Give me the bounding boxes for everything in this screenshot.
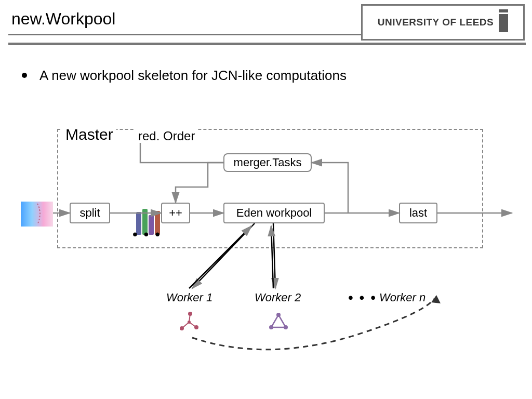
svg-line-18: [271, 226, 273, 288]
svg-line-19: [189, 226, 251, 288]
connectors: [0, 0, 532, 399]
